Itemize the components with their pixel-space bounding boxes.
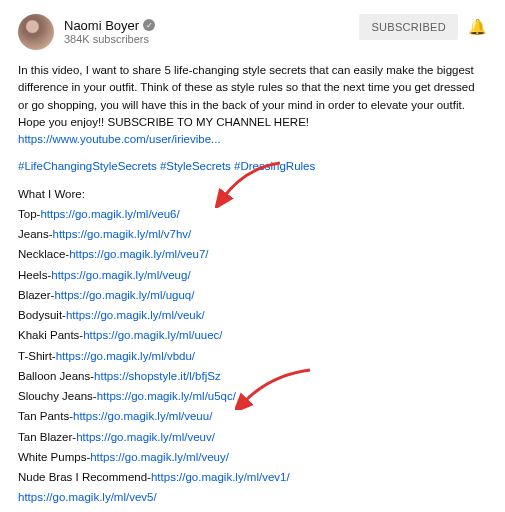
affiliate-link[interactable]: https://go.magik.ly/ml/vev1/ — [151, 471, 290, 483]
affiliate-link[interactable]: https://go.magik.ly/ml/uguq/ — [54, 289, 194, 301]
affiliate-link[interactable]: https://go.magik.ly/ml/vev5/ — [18, 491, 157, 503]
wore-item: Khaki Pants-https://go.magik.ly/ml/uuec/ — [18, 327, 487, 344]
affiliate-link[interactable]: https://go.magik.ly/ml/veug/ — [51, 269, 190, 281]
wore-item: Slouchy Jeans-https://go.magik.ly/ml/u5q… — [18, 388, 487, 405]
affiliate-link[interactable]: https://go.magik.ly/ml/veuv/ — [76, 431, 215, 443]
wore-item: Balloon Jeans-https://shopstyle.it/l/bfj… — [18, 368, 487, 385]
wore-item: Necklace-https://go.magik.ly/ml/veu7/ — [18, 246, 487, 263]
wore-item: Heels-https://go.magik.ly/ml/veug/ — [18, 267, 487, 284]
wore-item: Bodysuit-https://go.magik.ly/ml/veuk/ — [18, 307, 487, 324]
affiliate-link[interactable]: https://go.magik.ly/ml/veuy/ — [90, 451, 229, 463]
what-i-wore-title: What I Wore: — [18, 186, 487, 203]
intro-text: In this video, I want to share 5 life-ch… — [18, 64, 475, 128]
channel-info[interactable]: Naomi Boyer ✓ 384K subscribers — [18, 14, 155, 50]
wore-item: Tan Pants-https://go.magik.ly/ml/veuu/ — [18, 408, 487, 425]
affiliate-link[interactable]: https://go.magik.ly/ml/vbdu/ — [56, 350, 195, 362]
subscribe-button[interactable]: SUBSCRIBED — [359, 14, 458, 40]
hashtags[interactable]: #LifeChangingStyleSecrets #StyleSecrets … — [18, 160, 315, 172]
affiliate-link[interactable]: https://go.magik.ly/ml/uuec/ — [83, 329, 222, 341]
wore-item: T-Shirt-https://go.magik.ly/ml/vbdu/ — [18, 348, 487, 365]
wore-item: Jeans-https://go.magik.ly/ml/v7hv/ — [18, 226, 487, 243]
subscriber-count: 384K subscribers — [64, 33, 155, 46]
avatar[interactable] — [18, 14, 54, 50]
wore-item: Top-https://go.magik.ly/ml/veu6/ — [18, 206, 487, 223]
bell-icon[interactable]: 🔔 — [468, 18, 487, 36]
what-i-wore-list: Top-https://go.magik.ly/ml/veu6/Jeans-ht… — [18, 206, 487, 512]
verified-icon: ✓ — [143, 19, 155, 31]
affiliate-link[interactable]: https://go.magik.ly/ml/veu6/ — [40, 208, 179, 220]
affiliate-link[interactable]: https://go.magik.ly/ml/veu7/ — [69, 248, 208, 260]
video-description: In this video, I want to share 5 life-ch… — [18, 62, 487, 512]
wore-item: https://go.magik.ly/ml/vev5/ — [18, 489, 487, 506]
affiliate-link[interactable]: https://shopstyle.it/l/bfjSz — [94, 370, 221, 382]
affiliate-link[interactable]: https://go.magik.ly/ml/v7hv/ — [53, 228, 192, 240]
affiliate-link[interactable]: https://go.magik.ly/ml/u5qc/ — [97, 390, 236, 402]
affiliate-link[interactable]: https://go.magik.ly/ml/veuk/ — [66, 309, 205, 321]
description-panel: Naomi Boyer ✓ 384K subscribers SUBSCRIBE… — [0, 0, 505, 512]
subscribe-link[interactable]: https://www.youtube.com/user/irievibe... — [18, 133, 221, 145]
wore-item: Nude Bras I Recommend-https://go.magik.l… — [18, 469, 487, 486]
wore-item: Tan Blazer-https://go.magik.ly/ml/veuv/ — [18, 429, 487, 446]
affiliate-link[interactable]: https://go.magik.ly/ml/veuu/ — [73, 410, 212, 422]
channel-header: Naomi Boyer ✓ 384K subscribers SUBSCRIBE… — [18, 14, 487, 50]
wore-item: Blazer-https://go.magik.ly/ml/uguq/ — [18, 287, 487, 304]
channel-name[interactable]: Naomi Boyer — [64, 18, 139, 34]
wore-item: White Pumps-https://go.magik.ly/ml/veuy/ — [18, 449, 487, 466]
